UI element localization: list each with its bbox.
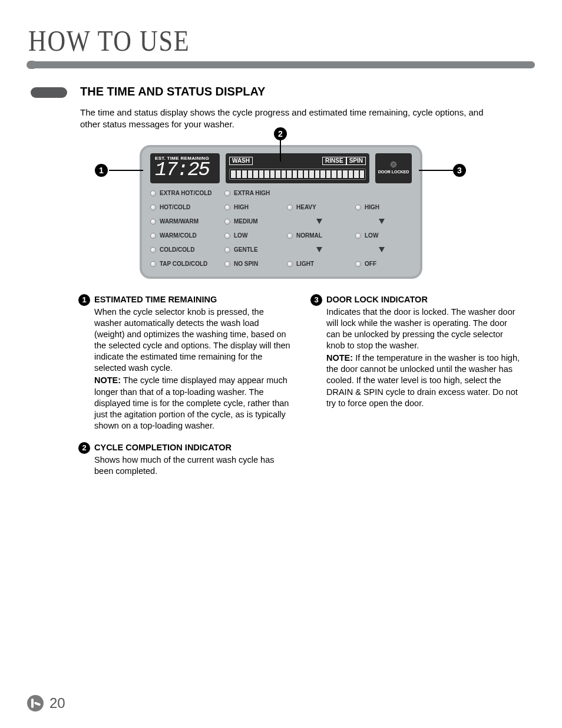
door-lock-led [391, 162, 396, 167]
opt-signal-arrow2 [355, 246, 408, 254]
title-rule [27, 61, 535, 68]
opt-temp-warmcold: WARM/COLD [150, 232, 221, 240]
door-lock-label: DOOR LOCKED [378, 170, 409, 174]
section-bullet [31, 87, 67, 98]
opt-signal-low: LOW [355, 232, 408, 240]
lg-logo-icon [27, 695, 44, 711]
item-1-badge: 1 [78, 294, 90, 306]
item-3-note: NOTE: If the temperature in the washer i… [326, 353, 523, 409]
callout-1-badge: 1 [95, 164, 108, 177]
opt-signal-off: OFF [355, 260, 408, 268]
callout-2-badge: 2 [274, 127, 287, 140]
opt-spin-high: HIGH [224, 203, 283, 212]
control-panel: EST. TIME REMAINING 17:25 WASH RINSE SPI… [140, 145, 422, 279]
display-figure: 2 1 3 EST. TIME REMAINING 17:25 WASH RIN… [116, 145, 446, 279]
item-2-body: Shows how much of the current wash cycle… [94, 454, 291, 477]
opt-soil-arrow2 [287, 246, 352, 254]
item-2-title: CYCLE COMPLETION INDICATOR [94, 443, 232, 452]
item-1-note-text: The cycle time displayed may appear much… [94, 375, 289, 430]
est-time-value: 17:25 [155, 160, 215, 180]
time-lcd: EST. TIME REMAINING 17:25 [150, 153, 220, 183]
phase-wash: WASH [229, 157, 253, 165]
opt-soil-light: LIGHT [287, 260, 352, 268]
opt-temp-tapcoldcold: TAP COLD/COLD [150, 260, 221, 268]
opt-soil-heavy: HEAVY [287, 203, 352, 212]
progress-bar [229, 169, 366, 180]
item-3-title: DOOR LOCK INDICATOR [326, 295, 428, 304]
opt-soil-normal: NORMAL [287, 232, 352, 240]
arrow-down-icon [379, 219, 385, 224]
arrow-down-icon [316, 247, 322, 252]
opt-spin-nospin: NO SPIN [224, 260, 283, 268]
item-3-note-text: If the temperature in the washer is too … [326, 353, 520, 408]
item-3-note-lead: NOTE: [326, 353, 353, 363]
options-grid: EXTRA HOT/COLD EXTRA HIGH HOT/COLD HIGH … [150, 189, 412, 268]
page-title: HOW TO USE [28, 24, 459, 58]
item-2-badge: 2 [78, 442, 90, 454]
item-3-badge: 3 [310, 294, 322, 306]
phase-spin: SPIN [346, 157, 366, 165]
opt-signal-arrow1 [355, 218, 408, 226]
item-3: 3 DOOR LOCK INDICATOR Indicates that the… [312, 294, 523, 409]
opt-spin-gentle: GENTLE [224, 246, 283, 254]
opt-spin-extrahigh: EXTRA HIGH [224, 189, 283, 197]
page-number: 20 [49, 695, 65, 711]
opt-spin-medium: MEDIUM [224, 218, 283, 226]
item-1-title: ESTIMATED TIME REMAINING [94, 295, 217, 304]
opt-temp-hotcold: HOT/COLD [150, 203, 221, 212]
callout-1-line [109, 170, 143, 171]
right-column: 3 DOOR LOCK INDICATOR Indicates that the… [312, 294, 523, 488]
item-2: 2 CYCLE COMPLETION INDICATOR Shows how m… [80, 442, 291, 477]
item-1-body: When the cycle selector knob is pressed,… [94, 307, 291, 374]
callout-3-badge: 3 [453, 164, 466, 177]
opt-soil-arrow1 [287, 218, 352, 226]
left-column: 1 ESTIMATED TIME REMAINING When the cycl… [80, 294, 291, 488]
opt-signal-high: HIGH [355, 203, 408, 212]
opt-soil-blank [287, 189, 352, 197]
opt-temp-extrahotcold: EXTRA HOT/COLD [150, 189, 221, 197]
item-1: 1 ESTIMATED TIME REMAINING When the cycl… [80, 294, 291, 432]
item-3-body: Indicates that the door is locked. The w… [326, 307, 523, 352]
page-footer: 20 [27, 695, 65, 711]
arrow-down-icon [379, 247, 385, 252]
door-lock-box: DOOR LOCKED [375, 153, 412, 183]
opt-temp-coldcold: COLD/COLD [150, 246, 221, 254]
opt-temp-warmwarm: WARM/WARM [150, 218, 221, 226]
callout-3-line [419, 170, 453, 171]
opt-signal-blank [355, 189, 408, 197]
section-heading: THE TIME AND STATUS DISPLAY [80, 85, 535, 98]
section-intro: The time and status display shows the cy… [80, 107, 492, 131]
phase-rinse: RINSE [322, 157, 346, 165]
arrow-down-icon [316, 219, 322, 224]
item-1-note: NOTE: The cycle time displayed may appea… [94, 375, 291, 431]
phase-box: WASH RINSE SPIN [226, 153, 369, 183]
callout-2-line [280, 140, 281, 162]
item-1-note-lead: NOTE: [94, 375, 121, 385]
opt-spin-low: LOW [224, 232, 283, 240]
